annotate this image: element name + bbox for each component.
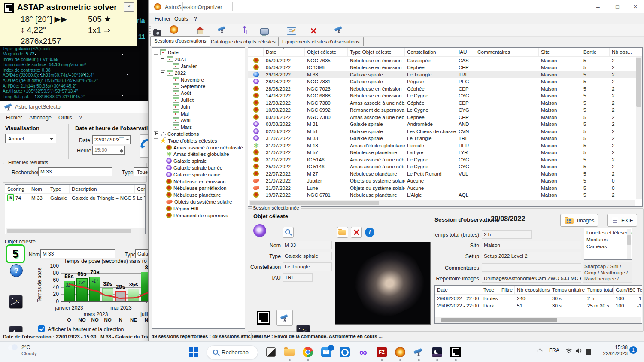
tree-item[interactable]: Objets du système solaire bbox=[152, 198, 245, 205]
help-button[interactable]: ? bbox=[10, 264, 23, 277]
scrollbar-thumb[interactable] bbox=[250, 201, 379, 205]
maximize-icon[interactable]: □ bbox=[608, 0, 627, 13]
horizontal-scrollbar[interactable] bbox=[249, 200, 635, 206]
refresh-button[interactable] bbox=[140, 134, 149, 158]
tree-item[interactable]: Août bbox=[152, 90, 245, 97]
telescope-button[interactable] bbox=[276, 310, 293, 326]
speaker-icon[interactable] bbox=[575, 347, 583, 354]
tree-item[interactable]: Nébuleuse par réflexion bbox=[152, 185, 245, 192]
result-row[interactable]: 574M 33GalaxieGalaxie du Triangle – NGC … bbox=[5, 194, 145, 201]
table-row[interactable]: 31/07/2022IC 5146Amas associé à une néb.… bbox=[248, 156, 642, 163]
column-header[interactable]: Site bbox=[539, 48, 581, 56]
column-header[interactable]: Date bbox=[264, 48, 305, 56]
column-header[interactable]: Nb expositions bbox=[515, 286, 550, 294]
mail-button[interactable]: 1 bbox=[321, 347, 332, 358]
spin-up-icon[interactable] bbox=[120, 147, 123, 151]
table-row[interactable]: 31/07/2022M 57Nébuleuse planétaireLa Lyr… bbox=[248, 149, 642, 156]
tree-item[interactable]: Juillet bbox=[152, 97, 245, 103]
table-row[interactable]: 14/08/2022NGC 6888Nébuleuse en émissionL… bbox=[248, 92, 642, 100]
home-icon[interactable] bbox=[196, 27, 204, 34]
galaxy-icon[interactable] bbox=[170, 25, 178, 34]
start-button[interactable] bbox=[188, 347, 199, 358]
filter-type-select[interactable]: Tous bbox=[134, 167, 149, 176]
tree-item[interactable]: Novembre bbox=[152, 76, 245, 83]
ts-type-input[interactable]: Gala bbox=[135, 249, 149, 258]
column-header[interactable]: Te bbox=[635, 286, 642, 294]
telescope-tripod-icon[interactable] bbox=[334, 26, 343, 34]
column-header[interactable]: Constellation bbox=[405, 48, 456, 56]
column-header[interactable]: Nom bbox=[29, 185, 48, 193]
column-header[interactable]: Type bbox=[481, 286, 499, 294]
field-value[interactable]: D:\Images\Astronomie\Cam ZWO 533 MC PRO\… bbox=[482, 274, 581, 283]
type-field[interactable]: Galaxie spirale bbox=[283, 252, 332, 260]
column-header[interactable]: Filtre bbox=[499, 286, 515, 294]
tree-item[interactable]: Région HIII bbox=[152, 205, 245, 212]
ts-menu-fichier[interactable]: Fichier bbox=[6, 115, 22, 121]
table-row[interactable]: 25/07/2022IC 5146Amas associé à une néb.… bbox=[248, 163, 642, 170]
table-row[interactable]: 03/08/2022M 31Galaxie spiraleAndromèdeAN… bbox=[248, 121, 642, 128]
ts-menu-help[interactable]: ? bbox=[79, 115, 82, 121]
constellation-field[interactable]: Le Triangle bbox=[283, 262, 332, 271]
column-header[interactable]: Commentaires bbox=[475, 48, 539, 56]
tray-chevron-icon[interactable] bbox=[537, 348, 543, 354]
nom-field[interactable]: M 33 bbox=[283, 241, 332, 249]
equipment-item[interactable]: Caméras bbox=[584, 243, 632, 250]
table-row[interactable]: 29/08/2022M 33Galaxie spiraleLe Triangle… bbox=[248, 71, 642, 78]
tree-item[interactable]: 2023 bbox=[152, 56, 245, 63]
explorer-button[interactable] bbox=[284, 347, 295, 358]
tab-sessions[interactable]: Sessions d'observations bbox=[150, 36, 210, 46]
table-row[interactable]: 02/08/2022M 51Galaxie spiraleLes Chiens … bbox=[248, 128, 642, 135]
tree-item[interactable]: Date bbox=[152, 49, 245, 56]
spin-down-icon[interactable] bbox=[120, 151, 123, 155]
galaxy-app-button[interactable] bbox=[395, 347, 406, 358]
scrollbar-thumb[interactable] bbox=[636, 58, 641, 107]
exposure-row[interactable]: 29/08/2022 - 22:00Brutes24030 s2 h100-1 bbox=[435, 295, 642, 302]
clock-date[interactable]: 22/01/2023 bbox=[597, 351, 628, 356]
tab-equipements[interactable]: Equipements et sites d'observations bbox=[278, 37, 364, 46]
column-header[interactable]: Date bbox=[435, 286, 481, 294]
field-value[interactable] bbox=[482, 263, 581, 272]
tree-item[interactable]: Nébuleuse planétaire bbox=[152, 192, 245, 198]
field-value[interactable]: Maison bbox=[482, 241, 581, 249]
wifi-icon[interactable] bbox=[565, 347, 573, 354]
ts-menu-outils[interactable]: Outils bbox=[58, 115, 72, 121]
equipment-item[interactable]: Lunettes et télescope bbox=[584, 229, 632, 236]
organizer-tree[interactable]: Date2023Janvier2022NovembreSeptembreAoût… bbox=[152, 47, 245, 329]
search-object-button[interactable] bbox=[283, 227, 294, 238]
vertical-scrollbar[interactable] bbox=[636, 57, 642, 199]
column-header[interactable] bbox=[248, 48, 264, 56]
observer-icon[interactable] bbox=[241, 26, 248, 34]
tree-item[interactable]: Constellations bbox=[152, 131, 245, 137]
images-button[interactable]: Images bbox=[560, 214, 598, 227]
taskview-button[interactable] bbox=[265, 347, 276, 358]
close-icon[interactable]: × bbox=[124, 2, 134, 12]
filezilla-button[interactable]: FZ bbox=[376, 347, 387, 358]
date-input[interactable]: 22/01/2023 bbox=[92, 135, 131, 144]
table-row[interactable]: 28/08/2022NGC 7331Galaxie spiralePégaseP… bbox=[248, 78, 642, 85]
tree-item[interactable]: Galaxie spirale barrée bbox=[152, 164, 245, 171]
vertical-scrollbar[interactable] bbox=[627, 229, 631, 259]
edit-form-icon[interactable] bbox=[287, 27, 296, 35]
night-app-button[interactable] bbox=[431, 347, 443, 358]
column-header[interactable]: Objet céleste bbox=[305, 48, 348, 56]
table-row[interactable]: 03/08/2022NGC 7380Amas associé à une néb… bbox=[248, 113, 642, 121]
table-row[interactable]: 05/09/2022IC 1396Nébuleuse en émissionCé… bbox=[248, 64, 642, 71]
computer-icon[interactable] bbox=[260, 28, 269, 35]
table-row[interactable]: 22/07/2022M 27Nébuleuse planétaireLe Pet… bbox=[248, 170, 642, 177]
table-row[interactable]: ∗31/07/2022M 13Amas d'étoiles globulaire… bbox=[248, 142, 642, 149]
clock-time[interactable]: 15:38 bbox=[597, 344, 628, 350]
scrollbar-thumb[interactable] bbox=[627, 235, 631, 245]
column-header[interactable]: Bortle bbox=[581, 48, 610, 56]
tree-item[interactable]: Mai bbox=[152, 110, 245, 117]
table-row[interactable]: 05/09/2022NGC 7635Nébuleuse en émissionC… bbox=[248, 57, 642, 64]
exposure-row[interactable]: 29/08/2022 - 22:00Dark5130 s25 m 30 s100… bbox=[435, 302, 642, 309]
expand-icon[interactable] bbox=[154, 131, 158, 136]
horizontal-scrollbar[interactable] bbox=[435, 317, 641, 323]
close-icon[interactable]: × bbox=[627, 0, 644, 13]
show-altitude-checkbox[interactable] bbox=[38, 325, 45, 332]
tree-item[interactable]: ∗Amas d'étoiles globulaire bbox=[152, 151, 245, 158]
tree-item[interactable]: Mars bbox=[152, 124, 245, 131]
o-app-button[interactable] bbox=[339, 347, 350, 358]
language-indicator[interactable]: FRA bbox=[549, 347, 559, 353]
main-titlebar[interactable] bbox=[149, 0, 644, 13]
